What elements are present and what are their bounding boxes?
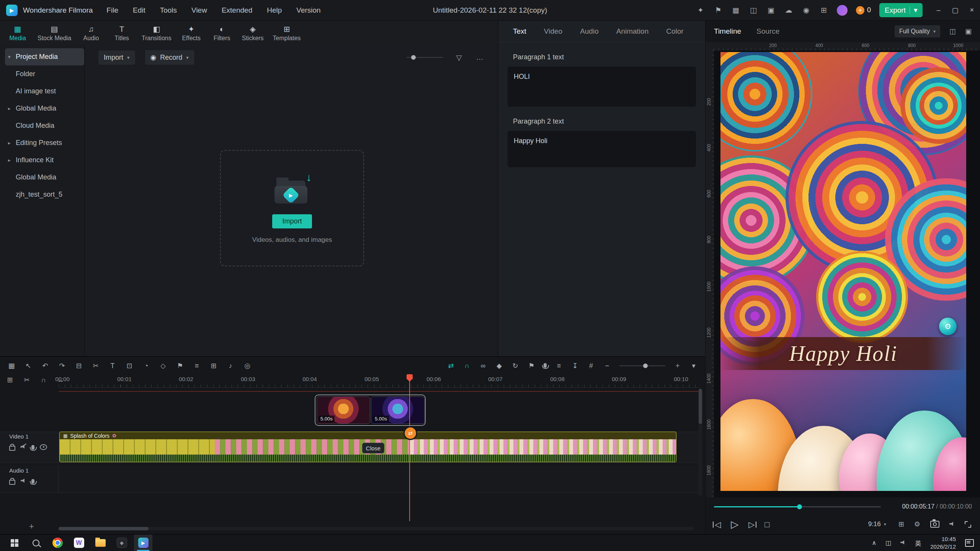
split-scissors-icon[interactable]: ✂ xyxy=(92,362,100,369)
mini-player-icon[interactable]: ⊞ xyxy=(898,520,904,528)
razor-icon[interactable]: ✂ xyxy=(23,377,31,383)
chevron-right-icon[interactable]: ▸ xyxy=(8,140,15,146)
group-icon[interactable]: ⊞ xyxy=(210,362,217,369)
close-overlay-button[interactable]: Close xyxy=(362,443,384,453)
plugins-icon[interactable]: ▦ xyxy=(731,6,740,15)
lock-track-icon[interactable] xyxy=(9,446,15,451)
cloud-backup-icon[interactable]: ☁ xyxy=(784,6,793,15)
tab-stock-media[interactable]: ▤Stock Media xyxy=(38,24,71,42)
track-mic-icon[interactable] xyxy=(31,479,34,484)
user-avatar[interactable] xyxy=(837,5,848,16)
render-preview-icon[interactable]: ↻ xyxy=(511,362,519,369)
sidebar-item-influence-kit[interactable]: ▸Influence Kit xyxy=(5,152,84,169)
speed-icon[interactable]: ◔ xyxy=(142,362,150,369)
vertical-scrollbar[interactable] xyxy=(699,389,702,496)
chevron-right-icon[interactable]: ▸ xyxy=(8,157,15,163)
tab-text[interactable]: Text xyxy=(513,27,526,36)
split-view-icon[interactable]: ◫ xyxy=(949,27,956,36)
more-timeline-options-icon[interactable]: ▾ xyxy=(690,362,697,369)
manage-tracks-icon[interactable]: ⊞ xyxy=(6,377,14,383)
mute-track-icon[interactable] xyxy=(21,478,26,484)
sidebar-item-global-media-2[interactable]: Global Media xyxy=(5,169,84,186)
chrome-app[interactable] xyxy=(48,535,67,551)
taskbar-clock[interactable]: 10:45 2026/2/12 xyxy=(930,535,956,550)
tab-stickers[interactable]: ◈Stickers xyxy=(242,24,264,42)
snapping-magnet-icon[interactable]: ∩ xyxy=(463,362,471,369)
add-points-icon[interactable]: + xyxy=(856,6,864,15)
promo-gift-icon[interactable]: ✦ xyxy=(696,6,705,15)
dark-app[interactable]: ◆ xyxy=(113,535,131,551)
hide-track-eye-icon[interactable] xyxy=(40,444,47,450)
fullscreen-icon[interactable] xyxy=(965,521,971,528)
voiceover-mic-icon[interactable] xyxy=(544,362,547,369)
slider-knob[interactable] xyxy=(411,55,416,60)
filter-funnel-icon[interactable]: ▽ xyxy=(454,53,464,62)
track-mic-icon[interactable] xyxy=(31,445,34,450)
notification-bell-icon[interactable]: ◉ xyxy=(802,6,811,15)
start-button[interactable] xyxy=(5,535,24,551)
export-chevron-icon[interactable]: ▾ xyxy=(914,6,918,15)
aspect-ratio-dropdown[interactable]: 9:16▾ xyxy=(866,520,889,528)
overlay-clip-2[interactable]: 5.00s xyxy=(371,396,425,424)
mask-icon[interactable]: ◎ xyxy=(243,362,251,369)
display-icon[interactable]: ◫ xyxy=(749,6,758,15)
shortcut-icon[interactable]: # xyxy=(587,362,595,369)
keyframe-diamond-icon[interactable]: ◆ xyxy=(495,362,503,369)
search-button[interactable] xyxy=(27,535,45,551)
link-clips-icon[interactable]: ∞ xyxy=(479,362,487,369)
menu-file[interactable]: File xyxy=(106,6,118,15)
lock-track-icon[interactable] xyxy=(9,480,15,485)
sidebar-item-global-media[interactable]: ▸Global Media xyxy=(5,100,84,117)
maximize-button[interactable]: ▢ xyxy=(952,6,958,15)
add-track-button[interactable]: + xyxy=(27,521,36,532)
zoom-in-icon[interactable]: + xyxy=(674,362,681,369)
tab-source-preview[interactable]: Source xyxy=(756,27,779,36)
sidebar-item-zjh-test-sort-5[interactable]: zjh_test_sort_5 xyxy=(5,186,84,203)
track-magnet-icon[interactable]: ∩ xyxy=(40,377,47,383)
tab-transitions[interactable]: ◧Transitions xyxy=(142,24,172,42)
chevron-right-icon[interactable]: ▸ xyxy=(8,106,15,111)
creator-hub-icon[interactable]: ⚑ xyxy=(714,6,723,15)
horizontal-scrollbar[interactable] xyxy=(59,527,694,530)
menu-view[interactable]: View xyxy=(191,6,207,15)
tab-timeline-preview[interactable]: Timeline xyxy=(714,27,741,36)
scrollbar-thumb[interactable] xyxy=(59,527,149,530)
record-menu-button[interactable]: ◉Record▾ xyxy=(145,50,194,65)
scrollbar-thumb[interactable] xyxy=(699,389,702,424)
zoom-out-icon[interactable]: − xyxy=(603,362,611,369)
timeline-ruler[interactable]: 00:00 00:01 00:02 00:03 00:04 00:05 00:0… xyxy=(59,375,701,388)
playhead-line[interactable] xyxy=(409,375,410,521)
import-button[interactable]: Import xyxy=(272,214,312,228)
import-menu-button[interactable]: Import▾ xyxy=(98,51,135,65)
volume-icon[interactable] xyxy=(949,521,955,528)
import-dropzone[interactable]: ↓ ▶ Import Videos, audios, and images xyxy=(220,150,364,266)
close-button[interactable]: × xyxy=(970,6,974,15)
tab-effects[interactable]: ✦Effects xyxy=(181,24,202,42)
ime-indicator[interactable]: 英 xyxy=(915,538,921,548)
seek-bar[interactable] xyxy=(714,506,881,507)
tab-media[interactable]: ▦Media xyxy=(7,24,28,42)
tab-titles[interactable]: TTitles xyxy=(111,24,132,42)
tab-audio-props[interactable]: Audio xyxy=(580,27,599,36)
minimize-button[interactable]: – xyxy=(936,6,940,15)
sidebar-item-cloud-media[interactable]: Cloud Media xyxy=(5,117,84,134)
preview-canvas[interactable]: Happy Holi xyxy=(720,52,966,491)
tab-filters[interactable]: ◐Filters xyxy=(211,24,233,42)
redo-icon[interactable]: ↷ xyxy=(58,362,66,369)
paragraph-2-input[interactable]: Happy Holi xyxy=(508,131,696,167)
menu-extended[interactable]: Extended xyxy=(222,6,252,15)
menu-tools[interactable]: Tools xyxy=(160,6,177,15)
mute-track-icon[interactable] xyxy=(21,443,26,450)
filmora-app[interactable]: ▶ xyxy=(134,535,152,551)
tab-video[interactable]: Video xyxy=(544,27,562,36)
overlay-clip-1[interactable]: 5.00s xyxy=(317,396,370,424)
export-frame-icon[interactable]: ↧ xyxy=(571,362,579,369)
menu-edit[interactable]: Edit xyxy=(133,6,145,15)
timeline-zoom-slider[interactable] xyxy=(619,365,665,366)
tab-templates[interactable]: ⊞Templates xyxy=(273,24,301,42)
tray-expand-icon[interactable]: ∧ xyxy=(872,539,876,546)
sidebar-item-ai-image-test[interactable]: AI image test xyxy=(5,83,84,100)
action-center-icon[interactable] xyxy=(965,539,974,547)
text-tool-icon[interactable]: T xyxy=(109,362,116,369)
overlay-title-text[interactable]: Happy Holi xyxy=(789,341,898,366)
